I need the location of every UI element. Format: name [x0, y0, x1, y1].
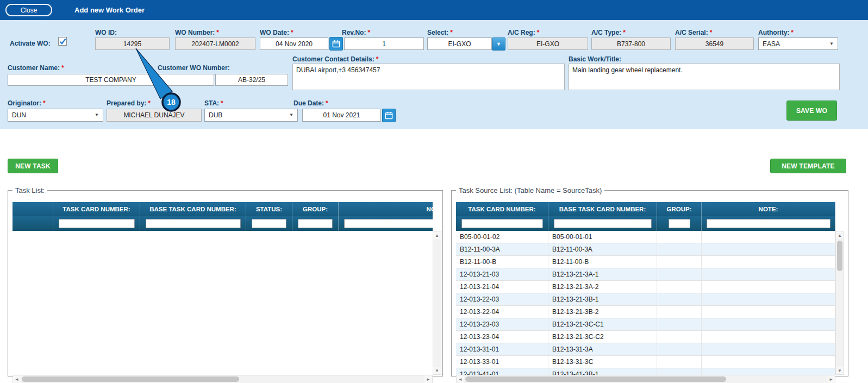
required-marker: *	[710, 29, 713, 36]
prepared-by-label: Prepared by:*	[107, 99, 151, 107]
filter-input-base-task-card-number[interactable]	[554, 219, 652, 228]
new-template-button[interactable]: NEW TEMPLATE	[770, 159, 846, 173]
filter-input-group[interactable]	[298, 219, 333, 228]
cell-base-task-card-number: B12-11-00-B	[548, 256, 657, 268]
required-marker: *	[216, 29, 219, 36]
new-task-button[interactable]: NEW TASK	[8, 159, 58, 173]
sta-select[interactable]: DUB▼	[204, 109, 298, 122]
filter-input-group[interactable]	[669, 219, 690, 228]
scroll-up-button[interactable]: ▲	[836, 231, 844, 239]
table-row[interactable]: 12-013-22-04 B12-13-21-3B-2	[456, 306, 835, 318]
cell-group	[657, 231, 702, 243]
wo-id-input[interactable]	[95, 37, 170, 50]
cell-note	[702, 256, 835, 268]
wo-date-calendar-button[interactable]	[329, 37, 343, 51]
required-marker: *	[221, 99, 223, 107]
horizontal-scroll-thumb[interactable]	[22, 376, 239, 382]
table-row[interactable]: 12-013-31-01 B12-13-31-3A	[456, 343, 835, 356]
wo-number-label: WO Number:*	[175, 29, 219, 36]
table-row[interactable]: 12-013-22-03 B12-13-21-3B-1	[456, 293, 835, 306]
table-row[interactable]: 12-013-21-04 B12-13-21-3A-2	[456, 281, 835, 293]
cell-note	[702, 268, 835, 280]
cell-task-card-number: 12-013-41-01	[456, 368, 548, 375]
filter-input-note[interactable]	[707, 219, 830, 228]
cell-group	[657, 281, 702, 293]
calendar-icon	[385, 111, 393, 120]
cell-base-task-card-number: B12-13-21-3C-C2	[548, 331, 657, 343]
column-header-group: GROUP:	[292, 202, 339, 216]
save-wo-button[interactable]: SAVE WO	[786, 101, 837, 121]
table-row[interactable]: 12-013-21-03 B12-13-21-3A-1	[456, 268, 835, 281]
scroll-down-button[interactable]: ▼	[836, 367, 844, 374]
cell-note	[702, 331, 835, 343]
activate-wo-checkbox[interactable]	[58, 37, 67, 46]
required-marker: *	[791, 29, 794, 36]
table-row[interactable]: B05-00-01-02 B05-00-01-01	[456, 231, 835, 243]
table-row[interactable]: 12-013-23-03 B12-13-21-3C-C1	[456, 318, 835, 331]
scroll-right-button[interactable]: ►	[424, 375, 432, 383]
aircraft-select-dropdown-button[interactable]: ▼	[492, 37, 505, 51]
cell-base-task-card-number: B12-13-21-3B-1	[548, 293, 657, 305]
scroll-left-button[interactable]: ◄	[457, 375, 464, 383]
required-marker: *	[376, 55, 379, 63]
basic-work-title-label: Basic Work/Title:	[569, 55, 621, 63]
close-button[interactable]: Close	[5, 4, 52, 16]
horizontal-scrollbar: ◄ ►	[13, 375, 433, 383]
table-row[interactable]: B12-11-00-B B12-11-00-B	[456, 256, 835, 268]
table-row[interactable]: B12-11-00-3A B12-11-00-3A	[456, 243, 835, 256]
table-row[interactable]: 12-013-41-01 B12-13-41-3B-1	[456, 368, 835, 375]
task-source-rows: B05-00-01-02 B05-00-01-01 B12-11-00-3A B…	[456, 231, 835, 375]
column-header-base-task-card-number: BASE TASK CARD NUMBER:	[548, 202, 657, 216]
filter-input-base-task-card-number[interactable]	[146, 219, 241, 228]
rev-no-input[interactable]	[344, 37, 424, 50]
wo-id-label: WO ID:	[95, 29, 117, 36]
chevron-down-icon: ▼	[289, 113, 294, 117]
scroll-left-button[interactable]: ◄	[13, 375, 21, 383]
aircraft-select-input[interactable]	[427, 37, 492, 50]
due-date-calendar-button[interactable]	[382, 109, 396, 122]
customer-name-input[interactable]	[8, 74, 214, 86]
required-marker: *	[148, 99, 151, 107]
vertical-scroll-thumb[interactable]	[837, 241, 842, 271]
ac-serial-input[interactable]	[675, 37, 754, 50]
filter-input-task-card-number[interactable]	[59, 219, 135, 228]
vertical-scrollbar: ▲ ▼	[433, 231, 441, 375]
wo-date-input[interactable]	[260, 37, 328, 50]
cell-note	[702, 231, 835, 243]
scroll-down-button[interactable]: ▼	[433, 367, 441, 374]
cell-base-task-card-number: B12-13-21-3B-2	[548, 306, 657, 318]
table-row[interactable]: 12-013-23-04 B12-13-21-3C-C2	[456, 331, 835, 343]
scroll-right-button[interactable]: ►	[827, 375, 835, 383]
customer-wo-number-input[interactable]	[215, 74, 288, 86]
cell-note	[702, 306, 835, 318]
prepared-by-input[interactable]	[107, 109, 202, 122]
filter-input-task-card-number[interactable]	[461, 219, 543, 228]
authority-select[interactable]: EASA▼	[758, 37, 838, 50]
cell-task-card-number: B05-00-01-02	[456, 231, 548, 243]
cell-group	[657, 243, 702, 255]
ac-reg-label: A/C Reg:*	[508, 29, 539, 36]
column-header-base-task-card-number: BASE TASK CARD NUMBER:	[140, 202, 246, 216]
scroll-up-button[interactable]: ▲	[433, 231, 441, 239]
vertical-scrollbar: ▲ ▼	[835, 231, 844, 375]
required-marker: *	[450, 29, 453, 36]
ac-type-input[interactable]	[591, 37, 671, 50]
due-date-input[interactable]	[302, 109, 381, 122]
required-marker: *	[537, 29, 540, 36]
filter-input-note[interactable]	[344, 219, 433, 228]
basic-work-title-textarea[interactable]: Main landing gear wheel replacement.	[569, 64, 840, 90]
cell-task-card-number: B12-11-00-3A	[456, 243, 548, 255]
wo-date-label: WO Date:*	[260, 29, 294, 36]
originator-select[interactable]: DUN▼	[8, 109, 103, 122]
filter-input-status[interactable]	[252, 219, 286, 228]
wo-number-input[interactable]	[175, 37, 255, 50]
table-row[interactable]: 12-013-33-01 B12-13-31-3C	[456, 356, 835, 368]
ac-reg-input[interactable]	[508, 37, 588, 50]
horizontal-scroll-thumb[interactable]	[465, 376, 726, 382]
due-date-label: Due Date:*	[294, 99, 328, 107]
customer-contact-textarea[interactable]: DUBAI airport,+3 456347457	[292, 64, 565, 90]
ac-serial-label: A/C Serial:*	[675, 29, 712, 36]
task-list-rows	[13, 231, 433, 375]
cell-task-card-number: 12-013-22-04	[456, 306, 548, 318]
horizontal-scrollbar: ◄ ►	[456, 375, 835, 383]
